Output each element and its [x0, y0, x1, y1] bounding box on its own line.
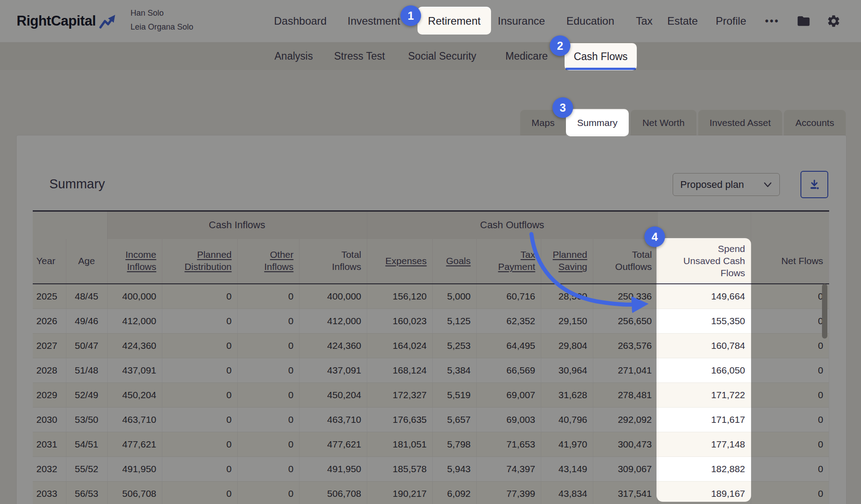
download-button[interactable]: [800, 171, 828, 198]
cell: 0: [751, 284, 829, 308]
cell: 463,710: [107, 407, 162, 432]
cell: 171,722: [657, 382, 751, 407]
plan-select-value: Proposed plan: [680, 179, 744, 191]
tab-net-worth[interactable]: Net Worth: [631, 110, 696, 135]
col-header-label: TotalInflows: [332, 249, 361, 272]
cell: 424,360: [299, 333, 367, 358]
cell: 5,253: [432, 333, 476, 358]
cell: 477,621: [299, 432, 367, 456]
cell: 0: [162, 432, 237, 456]
cell: 506,708: [299, 481, 367, 504]
cell: 164,024: [367, 333, 432, 358]
nav-item-insurance[interactable]: Insurance: [498, 0, 545, 42]
cell: 0: [162, 284, 237, 308]
nav-item-retirement[interactable]: Retirement: [417, 8, 491, 35]
cell: 506,708: [107, 481, 162, 504]
page-title: Summary: [49, 177, 105, 191]
cell: 0: [751, 308, 829, 333]
group-header-spacer: [751, 211, 829, 239]
cell: 160,784: [657, 333, 751, 358]
cell: 52/49: [66, 382, 107, 407]
cell: 491,950: [107, 456, 162, 481]
col-header-planned-distribution: PlannedDistribution: [162, 239, 237, 284]
subnav-item-stress-test[interactable]: Stress Test: [334, 42, 385, 70]
cell: 6,092: [432, 481, 476, 504]
cell: 60,716: [476, 284, 541, 308]
gear-icon[interactable]: [826, 0, 841, 42]
col-header-label[interactable]: OtherInflows: [264, 249, 293, 272]
cell: 0: [162, 308, 237, 333]
subnav-item-cash-flows[interactable]: Cash Flows: [565, 43, 637, 70]
cell: 181,051: [367, 432, 432, 456]
cell: 263,576: [593, 333, 657, 358]
cell: 29,804: [541, 333, 593, 358]
col-header-label[interactable]: PlannedDistribution: [184, 249, 231, 272]
nav-item-profile[interactable]: Profile: [716, 0, 746, 42]
col-header-label[interactable]: TaxPayment: [498, 249, 535, 272]
nav-item-education[interactable]: Education: [566, 0, 614, 42]
cell: 30,964: [541, 358, 593, 382]
cell: 0: [751, 481, 829, 504]
cell: 69,007: [476, 382, 541, 407]
col-header-label[interactable]: Goals: [446, 256, 471, 266]
cell: 5,000: [432, 284, 476, 308]
cell: 71,653: [476, 432, 541, 456]
tab-invested-asset[interactable]: Invested Asset: [698, 110, 782, 135]
cell: 5,943: [432, 456, 476, 481]
plan-select[interactable]: Proposed plan: [673, 173, 780, 196]
group-header-spacer: [33, 211, 107, 239]
col-header-spend-unsaved-cash-flows: SpendUnsaved CashFlows: [657, 239, 751, 284]
cell: 172,327: [367, 382, 432, 407]
cell: 412,000: [107, 308, 162, 333]
cell: 49/46: [66, 308, 107, 333]
cell: 5,798: [432, 432, 476, 456]
nav-item-estate[interactable]: Estate: [667, 0, 698, 42]
col-header-label: Year: [36, 256, 55, 266]
cell: 412,000: [299, 308, 367, 333]
tab-accounts[interactable]: Accounts: [784, 110, 846, 135]
cell: 0: [751, 358, 829, 382]
col-header-year: Year: [33, 239, 66, 284]
nav-item-tax[interactable]: Tax: [636, 0, 652, 42]
nav-item-investment[interactable]: Investment: [348, 0, 400, 42]
cell: 28,500: [541, 284, 593, 308]
table-row: 202750/47424,36000424,360164,0245,25364,…: [33, 333, 829, 358]
cell: 0: [237, 284, 299, 308]
cell: 0: [162, 481, 237, 504]
vertical-scrollbar-thumb[interactable]: [822, 284, 827, 339]
nav-item-dashboard[interactable]: Dashboard: [274, 0, 326, 42]
cell: 48/45: [66, 284, 107, 308]
cell: 278,481: [593, 382, 657, 407]
cell: 171,617: [657, 407, 751, 432]
cell: 450,204: [107, 382, 162, 407]
table-row: 202548/45400,00000400,000156,1205,00060,…: [33, 284, 829, 308]
cell: 43,834: [541, 481, 593, 504]
cell: 5,384: [432, 358, 476, 382]
cell: 463,710: [299, 407, 367, 432]
subnav-item-social-security[interactable]: Social Security: [408, 42, 476, 70]
folder-icon[interactable]: [796, 0, 811, 42]
app-header: RightCapital Han Solo Leia Organa Solo •…: [0, 0, 861, 42]
col-header-tax-payment: TaxPayment: [476, 239, 541, 284]
cell: 0: [162, 333, 237, 358]
cell: 0: [237, 432, 299, 456]
cell: 5,519: [432, 382, 476, 407]
subnav-item-analysis[interactable]: Analysis: [274, 42, 313, 70]
cell: 0: [237, 481, 299, 504]
cell: 5,125: [432, 308, 476, 333]
col-header-label[interactable]: PlannedSaving: [552, 249, 587, 272]
cell: 400,000: [299, 284, 367, 308]
table-row: 203255/52491,95000491,950185,5785,94374,…: [33, 456, 829, 481]
cell: 176,635: [367, 407, 432, 432]
col-header-label[interactable]: Expenses: [385, 256, 426, 266]
group-header-cash-outflows: Cash Outflows: [367, 211, 657, 239]
tab-summary[interactable]: Summary: [566, 110, 629, 135]
subnav-item-medicare[interactable]: Medicare: [505, 42, 548, 70]
cash-flows-table-wrap: Cash InflowsCash OutflowsYearAgeIncomeIn…: [33, 210, 829, 504]
step-badge-3: 3: [552, 97, 573, 118]
cell: 0: [751, 407, 829, 432]
summary-card: Summary Proposed plan Cash InflowsCash O…: [17, 135, 846, 504]
nav-more-menu[interactable]: •••: [765, 0, 779, 42]
cell: 256,650: [593, 308, 657, 333]
col-header-label[interactable]: IncomeInflows: [126, 249, 157, 272]
